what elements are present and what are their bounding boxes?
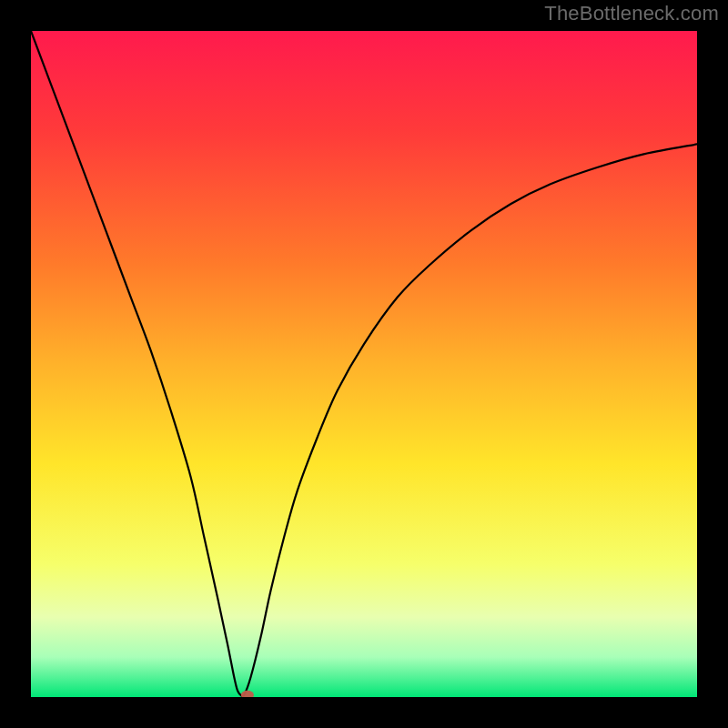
gradient-background: [31, 31, 697, 697]
chart-frame: TheBottleneck.com: [0, 0, 728, 728]
chart-svg: [31, 31, 697, 697]
watermark-text: TheBottleneck.com: [544, 2, 719, 25]
chart-plot-area: [31, 31, 697, 697]
